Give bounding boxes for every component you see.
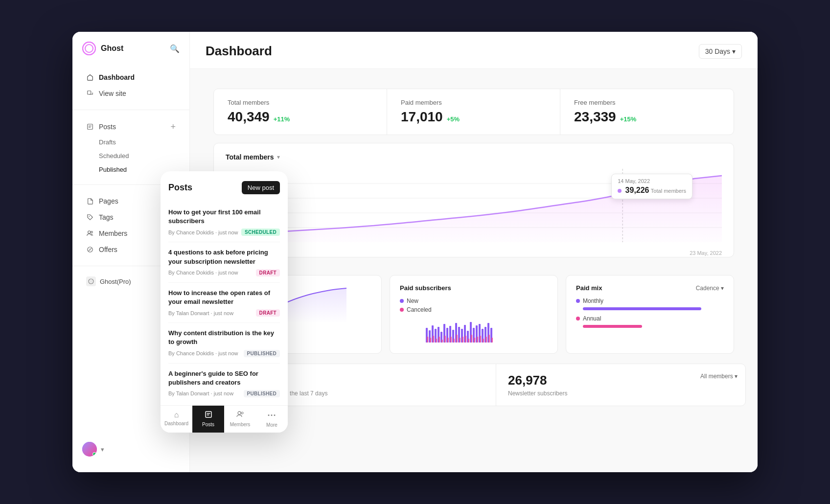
pages-icon: [86, 197, 94, 205]
svg-rect-60: [488, 335, 490, 343]
sidebar-item-scheduled[interactable]: Scheduled: [76, 149, 185, 162]
post-3-title: How to increase the open rates of your e…: [168, 289, 280, 306]
paid-mix-header: Paid mix Cadence ▾: [576, 284, 724, 292]
main-header: Dashboard 30 Days ▾: [190, 32, 758, 69]
svg-rect-40: [430, 338, 431, 343]
posts-label: Posts: [99, 123, 116, 131]
paid-mix-card: Paid mix Cadence ▾ Monthly Annual: [566, 275, 734, 354]
post-2-meta: By Chance Dokidis · just now DRAFT: [168, 269, 280, 276]
post-5-title: A beginner's guide to SEO for publishers…: [168, 369, 280, 387]
post-2-author: By Chance Dokidis · just now: [168, 270, 238, 275]
mobile-more-icon: ···: [267, 411, 276, 421]
mobile-dashboard-icon: ⌂: [174, 411, 179, 419]
svg-point-9: [90, 280, 92, 283]
total-members-card: Total members 40,349 +11%: [214, 89, 387, 135]
pages-label: Pages: [99, 197, 118, 205]
svg-rect-51: [462, 337, 463, 343]
ghost-pro-icon: [86, 276, 96, 286]
post-2-title: 4 questions to ask before pricing your s…: [168, 248, 280, 266]
svg-rect-50: [459, 338, 461, 343]
legend-canceled-dot: [400, 308, 404, 312]
post-1-author: By Chance Dokidis · just now: [168, 229, 238, 235]
engagement-value: 20%: [258, 373, 484, 388]
free-members-value-row: 23,339 +15%: [574, 109, 720, 125]
total-members-value: 40,349: [228, 109, 270, 125]
post-item-1[interactable]: How to get your first 100 email subscrib…: [168, 202, 280, 242]
paid-members-change: +5%: [447, 115, 460, 123]
new-post-button[interactable]: New post: [242, 181, 280, 194]
legend-annual-label: Annual: [583, 315, 601, 322]
post-item-4[interactable]: Why content distribution is the key to g…: [168, 323, 280, 363]
svg-point-64: [241, 412, 243, 414]
members-icon: [86, 229, 94, 237]
user-menu[interactable]: ▾: [72, 436, 189, 462]
paid-subscribers-header: Paid subscribers: [400, 284, 548, 292]
post-item-3[interactable]: How to increase the open rates of your e…: [168, 283, 280, 323]
date-filter-button[interactable]: 30 Days ▾: [699, 44, 742, 59]
post-item-2[interactable]: 4 questions to ask before pricing your s…: [168, 242, 280, 282]
ghost-pro-label: Ghost(Pro): [100, 278, 131, 285]
post-item-5[interactable]: A beginner's guide to SEO for publishers…: [168, 364, 280, 403]
posts-section: Posts + Drafts Scheduled Published: [72, 116, 189, 179]
mobile-nav-dashboard[interactable]: ⌂ Dashboard: [161, 406, 192, 433]
mobile-posts-label: Posts: [202, 422, 214, 427]
legend-monthly-dot: [576, 299, 580, 303]
tooltip-value: 39,226: [625, 186, 649, 194]
user-chevron[interactable]: ▾: [101, 446, 104, 453]
members-chart: 14 May, 2022 39,226 Total members 23 May…: [226, 169, 722, 247]
svg-rect-42: [436, 339, 437, 343]
free-members-value: 23,339: [574, 109, 616, 125]
post-3-badge: DRAFT: [256, 309, 280, 317]
sidebar-logo-area: Ghost: [82, 42, 123, 55]
mobile-more-label: More: [266, 422, 277, 428]
mobile-dashboard-label: Dashboard: [164, 421, 188, 426]
svg-rect-39: [427, 337, 428, 343]
svg-point-63: [238, 412, 241, 414]
chart-chevron[interactable]: ▾: [277, 154, 280, 160]
post-3-author: By Talan Dorwart · just now: [168, 310, 233, 316]
free-members-label: Free members: [574, 99, 720, 106]
svg-rect-44: [441, 340, 443, 343]
svg-rect-41: [433, 336, 434, 343]
external-link-icon: [86, 90, 94, 97]
paid-subscribers-title: Paid subscribers: [400, 284, 451, 292]
add-post-button[interactable]: +: [170, 122, 176, 131]
paid-subscribers-card: Paid subscribers New Canceled: [390, 275, 558, 354]
mobile-posts-header: Posts New post: [168, 181, 280, 194]
paid-mix-filter[interactable]: Cadence ▾: [696, 285, 724, 292]
tooltip-dot: [618, 189, 622, 193]
legend-annual-dot: [576, 317, 580, 321]
legend-monthly: Monthly: [576, 298, 724, 304]
svg-rect-54: [471, 335, 472, 343]
svg-rect-46: [447, 338, 449, 343]
mobile-nav-members[interactable]: Members: [224, 406, 256, 433]
app-container: Ghost 🔍 Dashboard View site: [72, 32, 758, 472]
mobile-bottom-nav: ⌂ Dashboard Posts Members ··· More: [161, 405, 288, 433]
mobile-nav-more[interactable]: ··· More: [256, 406, 288, 433]
tags-label: Tags: [99, 213, 114, 221]
svg-rect-55: [474, 338, 475, 343]
search-icon[interactable]: 🔍: [170, 44, 180, 53]
sidebar-item-posts[interactable]: Posts +: [76, 118, 185, 135]
sidebar-item-dashboard[interactable]: Dashboard: [76, 69, 185, 85]
posts-icon: [86, 123, 94, 131]
avatar: [82, 442, 97, 457]
dashboard-label: Dashboard: [99, 73, 135, 81]
sidebar-item-view-site[interactable]: View site: [76, 86, 185, 101]
tooltip-label: Total members: [651, 188, 686, 194]
newsletter-value: 26,978: [508, 373, 734, 388]
sidebar-divider-1: [72, 110, 189, 110]
chart-title: Total members: [226, 153, 274, 161]
newsletter-filter[interactable]: All members ▾: [700, 373, 738, 380]
sidebar-item-drafts[interactable]: Drafts: [76, 136, 185, 149]
members-chart-section: Total members ▾: [213, 143, 734, 257]
post-4-meta: By Chance Dokidis · just now PUBLISHED: [168, 350, 280, 357]
post-1-title: How to get your first 100 email subscrib…: [168, 208, 280, 226]
total-members-change: +11%: [274, 115, 290, 123]
post-3-meta: By Talan Dorwart · just now DRAFT: [168, 309, 280, 317]
newsletter-label: Newsletter subscribers: [508, 390, 734, 397]
ghost-logo-icon: [82, 42, 96, 55]
legend-canceled-label: Canceled: [407, 306, 432, 313]
app-name: Ghost: [101, 44, 123, 53]
mobile-nav-posts[interactable]: Posts: [192, 406, 224, 433]
